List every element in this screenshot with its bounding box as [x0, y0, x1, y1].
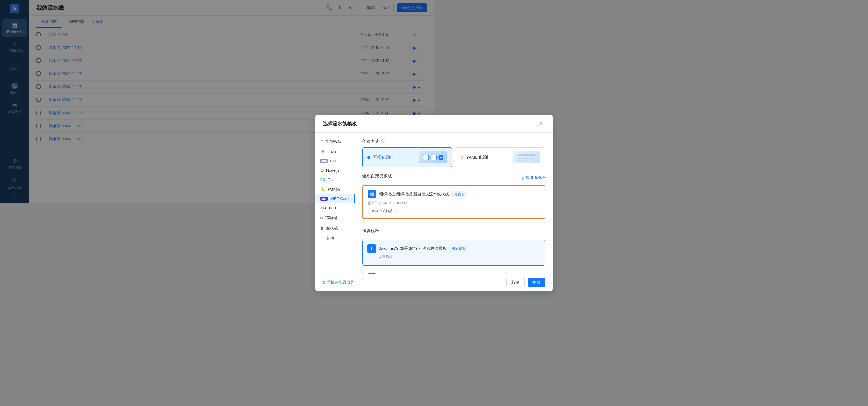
- menu-item-go[interactable]: GO Go: [315, 175, 355, 184]
- modal: 选择流水线模板 ✕ ⊞ 组织模板 ☕ Java php PHP: [315, 115, 434, 203]
- visual-radio: [367, 156, 370, 159]
- visual-mode-preview: ✓: [420, 151, 434, 163]
- template-name: 组织模板·组织模板-新自定义流水线模板: [379, 191, 434, 197]
- modal-overlay: 选择流水线模板 ✕ ⊞ 组织模板 ☕ Java php PHP: [0, 0, 434, 203]
- modal-left-menu: ⊞ 组织模板 ☕ Java php PHP ⬡ Node.js GO Go: [315, 133, 355, 203]
- java-icon: ☕: [320, 149, 325, 154]
- menu-item-label: Java: [328, 149, 336, 154]
- menu-item-nodejs[interactable]: ⬡ Node.js: [315, 166, 355, 175]
- org-templates-section: 组织自定义模板 新建组织模板 组 组织模板·组织模板-新自定义流水线模板 可视化…: [362, 174, 434, 203]
- menu-item-java[interactable]: ☕ Java: [315, 147, 355, 156]
- org-template-card[interactable]: 组 组织模板·组织模板-新自定义流水线模板 可视化 更新于 2024/12/30…: [362, 185, 434, 203]
- template-card-header: 组 组织模板·组织模板-新自定义流水线模板 可视化: [368, 190, 434, 198]
- svg-text:✓: ✓: [425, 157, 427, 159]
- menu-item-label: PHP: [330, 159, 338, 163]
- menu-item-label: Node.js: [326, 168, 339, 173]
- creation-mode-row: 可视化编排 ✓: [362, 147, 434, 167]
- org-templates-title: 组织自定义模板: [362, 174, 392, 179]
- visual-mode-card[interactable]: 可视化编排 ✓: [362, 147, 434, 167]
- modal-title: 选择流水线模板: [323, 121, 357, 127]
- modal-body: ⊞ 组织模板 ☕ Java php PHP ⬡ Node.js GO Go: [315, 133, 434, 203]
- org-badge: 组: [368, 190, 376, 198]
- menu-item-label: Python: [328, 187, 340, 191]
- go-icon: GO: [320, 178, 325, 181]
- template-meta: 更新于 2024/12/30 10:28:12: [368, 201, 434, 203]
- info-icon: ⓘ: [381, 139, 385, 144]
- modal-right-content: 创建方式 ⓘ 可视化编排 ✓: [355, 133, 434, 203]
- nodejs-icon: ⬡: [320, 168, 324, 173]
- menu-item-python[interactable]: 🐍 Python: [315, 184, 355, 194]
- creation-mode-section: 创建方式 ⓘ 可视化编排 ✓: [362, 139, 434, 167]
- creation-mode-title: 创建方式 ⓘ: [362, 139, 434, 144]
- menu-item-label: .NET Core: [330, 196, 349, 201]
- org-template-icon: ⊞: [320, 139, 324, 144]
- svg-rect-3: [431, 155, 434, 160]
- net-icon: NET: [320, 197, 328, 200]
- menu-item-org-template[interactable]: ⊞ 组织模板: [315, 136, 355, 147]
- menu-item-label: 组织模板: [326, 139, 342, 144]
- python-icon: 🐍: [320, 187, 325, 191]
- menu-item-label: Go: [328, 178, 333, 182]
- menu-item-php[interactable]: php PHP: [315, 156, 355, 166]
- menu-item-netcore[interactable]: NET .NET Core: [315, 194, 355, 203]
- visual-mode-label: 可视化编排: [373, 155, 394, 160]
- php-icon: php: [320, 159, 328, 163]
- org-templates-header: 组织自定义模板 新建组织模板: [362, 174, 434, 182]
- modal-header: 选择流水线模板 ✕: [315, 115, 434, 133]
